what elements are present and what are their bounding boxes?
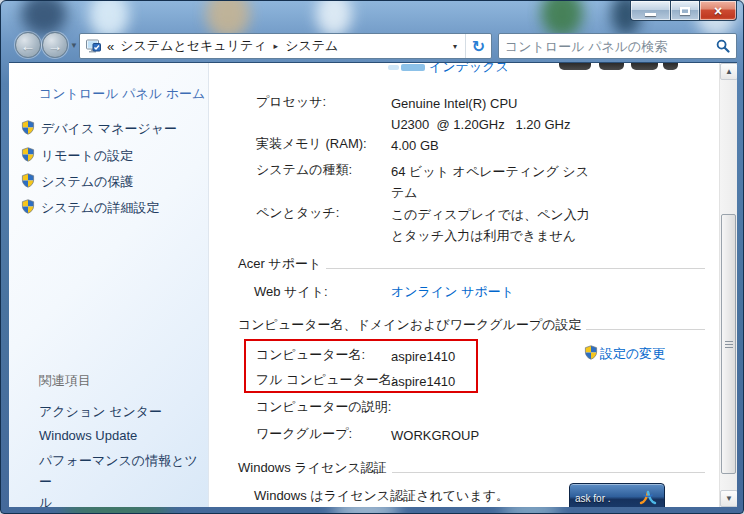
sidebar-item-performance-info[interactable]: パフォーマンスの情報とツー ル [39, 450, 208, 507]
client-area: コントロール パネル ホーム デバイス マネージャー [9, 63, 737, 507]
computer-description-row: コンピューターの説明: [256, 398, 641, 416]
main-content: インデックス プロセッサ:Genuine Intel(R) CPU U2300 … [209, 63, 719, 507]
sidebar-item-label: システムの保護 [41, 174, 134, 189]
sidebar-item-action-center[interactable]: アクション センター [39, 401, 162, 422]
spec-row-system-type: システムの種類:64 ビット オペレーティング シス テム [256, 161, 641, 203]
spec-value: 4.00 GB [391, 135, 641, 156]
scroll-down-button[interactable]: ▼ [720, 490, 737, 507]
minimize-button[interactable] [630, 1, 670, 21]
sidebar-item-system-protection[interactable]: システムの保護 [41, 173, 134, 191]
sidebar-item-label: デバイス マネージャー [41, 121, 177, 136]
scrollbar-grip-icon [725, 341, 733, 348]
uac-shield-icon [21, 173, 35, 191]
forward-arrow-icon: → [48, 37, 63, 54]
website-label: Web サイト: [254, 283, 391, 301]
uac-shield-icon [21, 120, 35, 138]
system-control-panel-window: × ← → ▼ « システムとセキュリティ ▸ システム ▾ ↻ [0, 0, 744, 514]
computer-name-section-header: コンピューター名、ドメインおよびワークグループの設定 [238, 316, 705, 334]
full-computer-name-label: フル コンピューター名: [256, 371, 391, 389]
close-button[interactable]: × [700, 1, 737, 21]
section-title: Windows ライセンス認証 [238, 459, 387, 477]
address-bar[interactable]: « システムとセキュリティ ▸ システム ▾ ↻ [79, 33, 492, 59]
forward-button[interactable]: → [42, 32, 68, 58]
sidebar-item-device-manager[interactable]: デバイス マネージャー [41, 120, 177, 138]
computer-description-label: コンピューターの説明: [256, 398, 391, 416]
section-rule [392, 472, 705, 473]
maximize-icon [680, 7, 690, 15]
breadcrumb-separator: ▸ [274, 41, 279, 51]
sidebar-item-label: リモートの設定 [41, 148, 133, 163]
uac-shield-icon [21, 199, 35, 217]
scroll-down-icon: ▼ [725, 494, 733, 503]
spec-label: プロセッサ: [256, 93, 391, 111]
section-title: コンピューター名、ドメインおよびワークグループの設定 [238, 316, 581, 334]
change-settings-link[interactable]: 設定の変更 [600, 345, 665, 363]
recent-pages-dropdown[interactable]: ▼ [70, 41, 78, 50]
search-box [498, 33, 737, 59]
spec-value: Genuine Intel(R) CPU U2300 @ 1.20GHz 1.2… [391, 93, 641, 135]
close-icon: × [714, 4, 722, 18]
breadcrumb-overflow-chevron[interactable]: « [107, 39, 114, 54]
refresh-button[interactable]: ↻ [466, 34, 491, 58]
website-row: Web サイト:オンライン サポート [254, 283, 514, 301]
maximize-button[interactable] [670, 1, 700, 21]
windows-activation-section-header: Windows ライセンス認証 [238, 459, 705, 477]
spec-label: ペンとタッチ: [256, 204, 391, 222]
see-also-header: 関連項目 [39, 372, 91, 390]
vertical-scrollbar[interactable]: ▲ ▼ [719, 63, 737, 507]
scrollbar-thumb[interactable] [721, 214, 736, 474]
online-support-link[interactable]: オンライン サポート [391, 284, 514, 299]
uac-shield-icon [584, 345, 598, 363]
section-rule [326, 268, 705, 269]
spec-row-pen-touch: ペンとタッチ:このディスプレイでは、ペン入力 とタッチ入力は利用できません [256, 204, 641, 246]
experience-index-fragment [388, 65, 399, 70]
spec-row-processor: プロセッサ:Genuine Intel(R) CPU U2300 @ 1.20G… [256, 93, 641, 135]
windows-logo-fragment [559, 63, 591, 70]
badge-text: ask for . [575, 493, 611, 504]
sidebar: コントロール パネル ホーム デバイス マネージャー [9, 63, 209, 507]
navigation-bar: ← → ▼ « システムとセキュリティ ▸ システム ▾ ↻ [9, 29, 737, 63]
workgroup-row: ワークグループ:WORKGROUP [256, 425, 641, 446]
acer-support-section-header: Acer サポート [238, 255, 705, 273]
sidebar-item-advanced-system-settings[interactable]: システムの詳細設定 [41, 199, 160, 217]
workgroup-value: WORKGROUP [391, 425, 641, 446]
address-dropdown-button[interactable]: ▾ [445, 34, 465, 58]
sidebar-item-control-panel-home[interactable]: コントロール パネル ホーム [39, 85, 205, 103]
caption-buttons: × [630, 1, 737, 21]
full-computer-name-row: フル コンピューター名:aspire1410 [256, 371, 641, 392]
sidebar-item-label: システムの詳細設定 [41, 200, 160, 215]
windows-logo-fragment [599, 63, 624, 70]
spec-value: 64 ビット オペレーティング シス テム [391, 161, 641, 203]
breadcrumb-item-system-security[interactable]: システムとセキュリティ [120, 37, 266, 55]
sidebar-item-remote-settings[interactable]: リモートの設定 [41, 147, 133, 165]
back-button[interactable]: ← [15, 32, 41, 58]
control-panel-icon [85, 38, 101, 54]
experience-index-fragment [401, 64, 425, 71]
windows-experience-index-link[interactable]: インデックス [429, 63, 509, 76]
sidebar-item-windows-update[interactable]: Windows Update [39, 425, 137, 446]
spec-label: 実装メモリ (RAM): [256, 135, 391, 153]
scroll-up-button[interactable]: ▲ [720, 63, 737, 80]
section-rule [586, 329, 705, 330]
spec-label: システムの種類: [256, 161, 391, 179]
windows-logo-fragment [631, 63, 658, 70]
breadcrumb-item-system[interactable]: システム [285, 37, 338, 55]
activation-status: Windows はライセンス認証されています。 [254, 487, 509, 505]
uac-shield-icon [21, 147, 35, 165]
genuine-logo-icon [637, 489, 659, 507]
scroll-up-icon: ▲ [725, 67, 733, 76]
minimize-icon [645, 13, 656, 16]
section-title: Acer サポート [238, 255, 321, 273]
activation-status-text: Windows はライセンス認証されています。 [254, 488, 509, 503]
search-input[interactable] [499, 39, 710, 54]
spec-value: このディスプレイでは、ペン入力 とタッチ入力は利用できません [391, 204, 641, 246]
spec-row-memory: 実装メモリ (RAM):4.00 GB [256, 135, 641, 156]
genuine-software-badge[interactable]: ask for . [569, 483, 665, 507]
change-settings[interactable]: 設定の変更 [584, 345, 665, 363]
search-icon[interactable] [710, 39, 736, 53]
computer-name-label: コンピューター名: [256, 346, 391, 364]
workgroup-label: ワークグループ: [256, 425, 391, 443]
full-computer-name-value: aspire1410 [391, 371, 641, 392]
windows-logo-fragment [663, 63, 678, 70]
back-arrow-icon: ← [21, 37, 36, 54]
